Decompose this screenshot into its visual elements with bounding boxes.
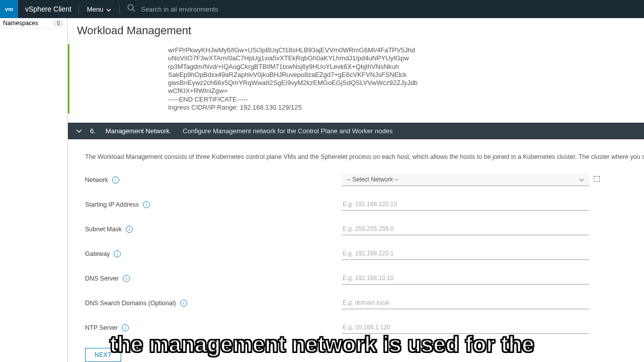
info-icon[interactable]: i xyxy=(180,300,187,307)
cert-line: -----END CERTIFICATE----- xyxy=(168,96,418,104)
cert-line: wrFPrPkwyKHJwMy6/tGw+USi3pBUqCf18sHLB93a… xyxy=(168,46,418,54)
info-icon[interactable]: i xyxy=(126,226,133,233)
certificate-block: wrFPrPkwyKHJwMy6/tGw+USi3pBUqCf18sHLB93a… xyxy=(68,44,644,114)
info-icon[interactable]: i xyxy=(143,201,150,208)
search-icon xyxy=(127,4,136,15)
step6-header[interactable]: 6. Management Network Configure Manageme… xyxy=(68,123,644,139)
cert-line: Ingress CIDR/IP Range: 192.168.130.129/1… xyxy=(168,104,418,112)
info-icon[interactable]: i xyxy=(114,250,121,257)
sidebar-item-count: 0 xyxy=(53,20,63,27)
label-starting-ip: Starting IP Address xyxy=(85,201,139,208)
search-wrap xyxy=(120,4,259,15)
chevron-down-icon xyxy=(579,176,584,183)
row-dns-search: DNS Search Domains (Optional) i xyxy=(85,297,644,309)
page-title: Workload Management xyxy=(68,18,644,44)
content: Workload Management wrFPrPkwyKHJwMy6/tGw… xyxy=(68,18,644,362)
network-select[interactable]: -- Select Network -- xyxy=(342,173,589,186)
row-subnet: Subnet Mask i xyxy=(85,223,644,235)
step-description: The Workload Management consists of thre… xyxy=(85,153,644,160)
cert-text: wrFPrPkwyKHJwMy6/tGw+USi3pBUqCf18sHLB93a… xyxy=(69,44,418,114)
label-gateway: Gateway xyxy=(85,250,110,257)
info-icon[interactable]: i xyxy=(123,275,130,282)
menu-button[interactable]: Menu xyxy=(79,6,120,13)
sidebar-item-namespaces[interactable]: Namespaces 0 xyxy=(0,18,67,29)
info-icon[interactable]: i xyxy=(112,176,119,184)
top-bar: vm vSphere Client Menu xyxy=(0,0,644,18)
row-network: Network i -- Select Network -- xyxy=(85,173,644,186)
row-gateway: Gateway i xyxy=(85,247,644,260)
dns-search-input[interactable] xyxy=(342,297,589,309)
cert-line: gwsBnEywz2ch66x5QmYRqWwaIt2SgEI9vyM2kzEM… xyxy=(168,79,418,87)
row-ntp: NTP Server i xyxy=(85,321,644,334)
subnet-input[interactable] xyxy=(342,223,589,235)
menu-label: Menu xyxy=(87,6,104,13)
label-dns-search: DNS Search Domains (Optional) xyxy=(85,300,176,307)
search-input[interactable] xyxy=(141,6,252,13)
sidebar-item-label: Namespaces xyxy=(3,20,38,27)
step6-body: The Workload Management consists of thre… xyxy=(68,139,644,362)
network-select-value: -- Select Network -- xyxy=(347,176,398,183)
label-ntp: NTP Server xyxy=(85,324,118,331)
step-subtitle: Configure Management network for the Con… xyxy=(183,127,392,135)
row-starting-ip: Starting IP Address i xyxy=(85,198,644,211)
info-icon[interactable]: i xyxy=(122,324,129,331)
step-number: 6. xyxy=(90,127,96,135)
label-network: Network xyxy=(85,176,108,184)
svg-point-0 xyxy=(128,5,134,10)
label-subnet: Subnet Mask xyxy=(85,226,122,233)
cert-line: SakEp9hOpBdxx49aRZaphlvV0jkoBHJRuvepo8za… xyxy=(168,71,418,79)
next-button[interactable]: NEXT xyxy=(85,348,121,362)
vmware-logo: vm xyxy=(0,0,18,18)
svg-line-1 xyxy=(133,9,135,12)
ntp-input[interactable] xyxy=(342,321,589,334)
dns-input[interactable] xyxy=(342,272,589,285)
chevron-down-icon xyxy=(76,127,82,135)
starting-ip-input[interactable] xyxy=(342,198,589,211)
label-dns: DNS Server xyxy=(85,275,119,282)
cert-line: uNoViIO7F3wXTArn/0aC7HpUg1xia5vXTEkRqbGh… xyxy=(168,54,418,62)
row-dns: DNS Server i xyxy=(85,272,644,285)
product-name: vSphere Client xyxy=(18,5,78,13)
cert-line: rp3MTagdm/Nvd/+IQAogCkrgBTBIlM71txwNsj6y… xyxy=(168,63,418,71)
cert-line: wCfKIX+RWtniZgw= xyxy=(168,87,418,95)
chevron-down-icon xyxy=(106,6,111,13)
step-name: Management Network xyxy=(106,127,170,135)
gateway-input[interactable] xyxy=(342,247,589,260)
sidebar: Namespaces 0 xyxy=(0,18,68,362)
